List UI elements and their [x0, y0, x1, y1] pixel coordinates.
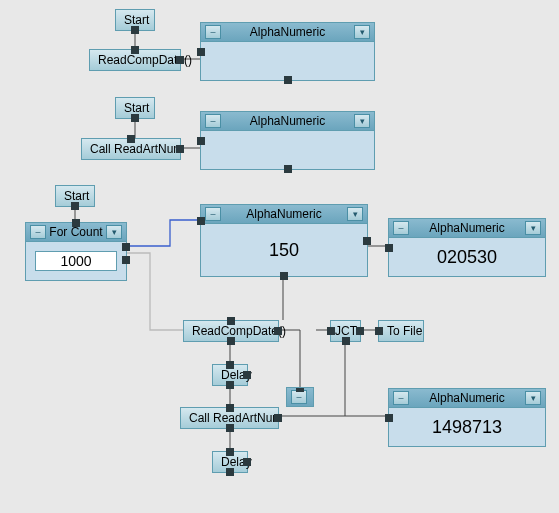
port: [385, 414, 393, 422]
panel-titlebar[interactable]: – AlphaNumeric ▾: [201, 205, 367, 224]
block-label: Call ReadArtNum: [90, 142, 183, 156]
port: [375, 327, 383, 335]
alphanumeric-panel-2[interactable]: – AlphaNumeric ▾: [200, 111, 375, 170]
port: [176, 145, 184, 153]
port: [227, 317, 235, 325]
panel-titlebar[interactable]: – AlphaNumeric ▾: [389, 389, 545, 408]
panel-titlebar[interactable]: – AlphaNumeric ▾: [201, 23, 374, 42]
port: [226, 404, 234, 412]
block-label: Call ReadArtNum: [189, 411, 282, 425]
panel-title: AlphaNumeric: [409, 221, 525, 235]
start-label: Start: [124, 13, 149, 27]
port: [197, 137, 205, 145]
delay-block-2[interactable]: Delay: [212, 451, 248, 473]
alphanumeric-panel-3[interactable]: – AlphaNumeric ▾ 150: [200, 204, 368, 277]
port: [122, 243, 130, 251]
minimize-icon[interactable]: –: [393, 221, 409, 235]
jct-block[interactable]: JCT: [330, 320, 361, 342]
delay-block-1[interactable]: Delay: [212, 364, 248, 386]
to-file-block[interactable]: To File: [378, 320, 424, 342]
readcompdate-block-1[interactable]: ReadCompDate(): [89, 49, 181, 71]
minimize-icon[interactable]: –: [205, 207, 221, 221]
port: [274, 414, 282, 422]
alphanumeric-panel-5[interactable]: – AlphaNumeric ▾ 1498713: [388, 388, 546, 447]
port: [284, 165, 292, 173]
port: [131, 26, 139, 34]
port: [176, 56, 184, 64]
panel-title: AlphaNumeric: [409, 391, 525, 405]
call-readartnum-block-1[interactable]: Call ReadArtNum: [81, 138, 181, 160]
minimize-icon[interactable]: –: [291, 390, 307, 404]
minimize-icon[interactable]: –: [393, 391, 409, 405]
port: [296, 387, 304, 392]
start-button-1[interactable]: Start: [115, 9, 155, 31]
panel-value: 020530: [389, 238, 545, 276]
port: [131, 114, 139, 122]
port: [385, 244, 393, 252]
panel-body: [201, 42, 374, 80]
call-readartnum-block-2[interactable]: Call ReadArtNum: [180, 407, 279, 429]
panel-value: 1498713: [389, 408, 545, 446]
port: [342, 337, 350, 345]
readcompdate-block-2[interactable]: ReadCompDate(): [183, 320, 279, 342]
block-label: JCT: [335, 324, 357, 338]
block-label: ReadCompDate(): [192, 324, 286, 338]
panel-title: For Count: [46, 225, 106, 239]
collapsed-panel[interactable]: –: [286, 387, 314, 407]
port: [226, 468, 234, 476]
panel-titlebar[interactable]: – AlphaNumeric ▾: [389, 219, 545, 238]
panel-title: AlphaNumeric: [221, 207, 347, 221]
menu-icon[interactable]: ▾: [525, 391, 541, 405]
panel-value: 150: [201, 224, 367, 276]
port: [197, 48, 205, 56]
port: [127, 135, 135, 143]
minimize-icon[interactable]: –: [30, 225, 46, 239]
alphanumeric-panel-1[interactable]: – AlphaNumeric ▾: [200, 22, 375, 81]
start-label: Start: [124, 101, 149, 115]
start-label: Start: [64, 189, 89, 203]
alphanumeric-panel-4[interactable]: – AlphaNumeric ▾ 020530: [388, 218, 546, 277]
menu-icon[interactable]: ▾: [347, 207, 363, 221]
port: [280, 272, 288, 280]
port: [243, 371, 251, 379]
panel-titlebar[interactable]: – AlphaNumeric ▾: [201, 112, 374, 131]
port: [226, 381, 234, 389]
minimize-icon[interactable]: –: [205, 25, 221, 39]
port: [122, 256, 130, 264]
port: [356, 327, 364, 335]
port: [363, 237, 371, 245]
port: [284, 76, 292, 84]
port: [327, 327, 335, 335]
start-button-2[interactable]: Start: [115, 97, 155, 119]
port: [274, 327, 282, 335]
port: [226, 424, 234, 432]
menu-icon[interactable]: ▾: [106, 225, 122, 239]
panel-body: [26, 242, 126, 280]
port: [197, 217, 205, 225]
menu-icon[interactable]: ▾: [525, 221, 541, 235]
menu-icon[interactable]: ▾: [354, 114, 370, 128]
panel-title: AlphaNumeric: [221, 25, 354, 39]
for-count-panel[interactable]: – For Count ▾: [25, 222, 127, 281]
panel-body: [201, 131, 374, 169]
port: [226, 361, 234, 369]
port: [131, 46, 139, 54]
port: [226, 448, 234, 456]
panel-title: AlphaNumeric: [221, 114, 354, 128]
minimize-icon[interactable]: –: [205, 114, 221, 128]
block-label: To File: [387, 324, 422, 338]
port: [243, 458, 251, 466]
menu-icon[interactable]: ▾: [354, 25, 370, 39]
port: [71, 202, 79, 210]
for-count-input[interactable]: [35, 251, 117, 271]
port: [72, 219, 80, 227]
start-button-3[interactable]: Start: [55, 185, 95, 207]
port: [227, 337, 235, 345]
